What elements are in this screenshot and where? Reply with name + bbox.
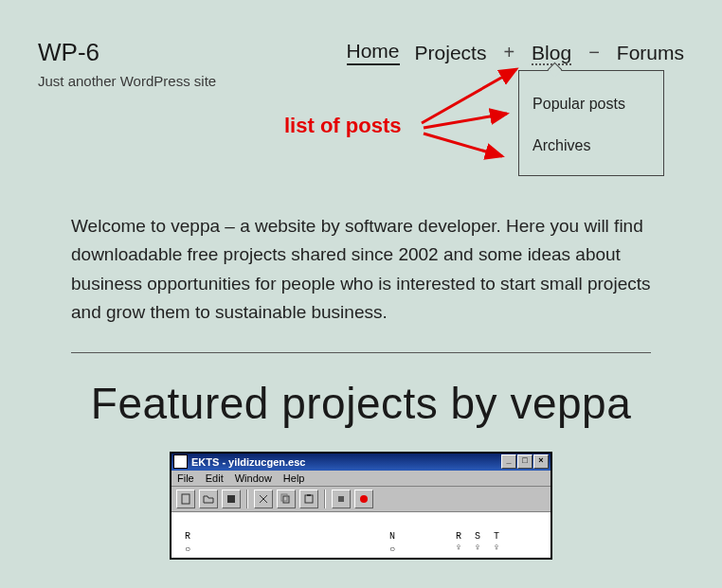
- canvas-symbol-r: ○: [185, 544, 192, 555]
- menu-help[interactable]: Help: [283, 472, 305, 484]
- svg-rect-6: [338, 496, 344, 502]
- dropdown-archives[interactable]: Archives: [532, 137, 650, 154]
- svg-rect-0: [182, 494, 190, 504]
- main-nav: Home Projects + Blog Popular posts Archi…: [347, 38, 684, 65]
- site-title: WP-6: [38, 38, 216, 67]
- svg-rect-3: [281, 494, 287, 501]
- canvas-symbol-n: ○: [389, 544, 397, 555]
- menu-file[interactable]: File: [177, 472, 194, 484]
- intro-text: Welcome to veppa – a website by software…: [71, 212, 651, 328]
- canvas-label-r: R: [185, 531, 192, 542]
- divider: [71, 352, 651, 353]
- nav-projects[interactable]: Projects: [415, 42, 487, 64]
- close-button[interactable]: ×: [533, 454, 549, 469]
- canvas-area: R ○ N ○ R S T ♀ ♀ ♀: [171, 512, 551, 558]
- save-icon[interactable]: [222, 490, 241, 508]
- app-icon: [173, 454, 188, 469]
- svg-rect-2: [283, 496, 289, 503]
- nav-blog[interactable]: Blog: [532, 42, 571, 65]
- toolbar: [171, 487, 551, 512]
- nav-collapse-icon[interactable]: −: [587, 42, 602, 63]
- window-title: EKTS - yildizucgen.esc: [191, 456, 501, 468]
- menu-edit[interactable]: Edit: [206, 472, 224, 484]
- blog-dropdown: Popular posts Archives: [518, 70, 664, 176]
- canvas-label-n: N: [389, 531, 397, 542]
- nav-expand-icon[interactable]: +: [501, 42, 516, 63]
- canvas-label-qqq: ♀ ♀ ♀: [456, 543, 503, 553]
- nav-forums[interactable]: Forums: [617, 42, 684, 64]
- svg-point-7: [360, 495, 368, 503]
- record-icon[interactable]: [354, 490, 373, 508]
- menu-bar: File Edit Window Help: [171, 471, 551, 487]
- copy-icon[interactable]: [277, 490, 296, 508]
- open-folder-icon[interactable]: [199, 490, 218, 508]
- stop-icon[interactable]: [332, 490, 351, 508]
- maximize-button[interactable]: □: [517, 454, 532, 469]
- cut-icon[interactable]: [254, 490, 273, 508]
- menu-window[interactable]: Window: [235, 472, 272, 484]
- featured-heading: Featured projects by veppa: [71, 378, 651, 429]
- paste-icon[interactable]: [299, 490, 318, 508]
- ekts-window: EKTS - yildizucgen.esc _ □ × File Edit W…: [170, 452, 552, 560]
- svg-rect-1: [227, 495, 235, 503]
- canvas-label-rst: R S T: [456, 531, 503, 542]
- minimize-button[interactable]: _: [501, 454, 516, 469]
- site-tagline: Just another WordPress site: [38, 73, 216, 89]
- dropdown-popular-posts[interactable]: Popular posts: [532, 96, 650, 113]
- new-file-icon[interactable]: [176, 490, 195, 508]
- svg-rect-4: [305, 495, 313, 503]
- nav-home[interactable]: Home: [347, 40, 400, 65]
- svg-rect-5: [307, 494, 311, 496]
